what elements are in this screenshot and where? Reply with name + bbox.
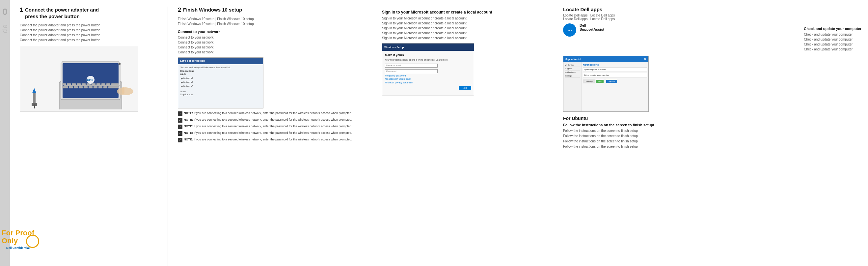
sidebar-item-mydevice[interactable]: My Device: [565, 63, 580, 67]
section1-sub-line4: Connect the power adapter and press the …: [20, 37, 161, 42]
svg-rect-20: [69, 86, 73, 88]
s2-sub-l4: Connect to your network: [178, 50, 365, 55]
connections-label: Connections: [180, 70, 261, 72]
ubuntu-l3: Follow the instructions on the screen to…: [563, 139, 861, 144]
svg-rect-8: [62, 83, 66, 85]
check-l3: Check and update your computer: [804, 42, 861, 47]
section2-sub-line1: Finish Windows 10 setup | Finish Windows…: [178, 17, 365, 22]
svg-rect-21: [74, 86, 78, 88]
signin-bottom-row: Microsoft privacy statement Next: [385, 81, 471, 84]
s3-l5: Sign in to your Microsoft account or cre…: [382, 36, 546, 40]
connect-skip-label: Skip for now: [180, 93, 261, 96]
check-update-block: Check and update your computer Check and…: [804, 23, 861, 53]
note-text-5: NOTE: If you are connecting to a secured…: [184, 138, 352, 142]
next-button[interactable]: Next: [459, 86, 471, 90]
s2-sub-l1: Connect to your network: [178, 35, 365, 40]
app-body: My Device Support Notifications Settings…: [563, 62, 648, 111]
strip-number: 0: [2, 7, 7, 17]
app-header-text: SupportAssist: [565, 58, 581, 60]
svg-rect-11: [77, 83, 81, 85]
sidebar-item-support[interactable]: Support: [565, 67, 580, 70]
section2-sub-line2: Finish Windows 10 setup | Finish Windows…: [178, 22, 365, 26]
sidebar-item-notifications[interactable]: Notifications: [565, 70, 580, 74]
sidebar-item-settings[interactable]: Settings: [565, 74, 580, 78]
support-button[interactable]: Support: [606, 80, 617, 83]
note-icon-1: ✓: [178, 111, 182, 116]
section1-sub-line1: Connect the power adapter and press the …: [20, 23, 161, 28]
screenshot-body: Your network setup will take some time t…: [178, 64, 263, 108]
svg-rect-16: [101, 83, 105, 85]
close-button[interactable]: ✕: [644, 57, 646, 61]
svg-rect-24: [89, 86, 93, 88]
main-content: 1 Connect the power adapter andpress the…: [10, 0, 868, 266]
section2-subsection-title: Connect to your network: [178, 30, 365, 34]
section1-title-row: 1 Connect the power adapter andpress the…: [20, 7, 161, 22]
note-3: ✓ NOTE: If you are connecting to a secur…: [178, 124, 365, 129]
dell-logo-icon: DELL: [566, 26, 574, 34]
ubuntu-section: For Ubuntu Follow the instructions on th…: [563, 116, 861, 149]
wifi-item-2: Network2: [180, 81, 261, 84]
note-bold-4: NOTE:: [184, 131, 193, 135]
ubuntu-sub-title: Follow the instructions on the screen to…: [563, 123, 861, 127]
note-icon-2: ✓: [178, 118, 182, 123]
wifi-item-3: Network3: [180, 84, 261, 88]
svg-rect-12: [82, 83, 86, 85]
laptop-illustration: DELL: [20, 46, 138, 112]
check-update-title: Check and update your computer: [804, 27, 861, 31]
watermark-circle: [26, 235, 39, 248]
svg-rect-33: [122, 87, 124, 94]
svg-rect-22: [79, 86, 83, 88]
ubuntu-l2: Follow the instructions on the screen to…: [563, 134, 861, 139]
wifi-label: Wi-Fi: [180, 73, 261, 76]
signin-title-text: Windows Setup: [384, 46, 404, 49]
svg-rect-2: [34, 105, 35, 109]
app-main-title: Notifications: [583, 63, 647, 66]
svg-rect-9: [67, 83, 71, 85]
note-text-2: NOTE: If you are connecting to a secured…: [184, 118, 352, 122]
svg-text:DELL: DELL: [567, 29, 573, 32]
ubuntu-text: Follow the instructions on the screen to…: [563, 128, 861, 149]
signin-password-input[interactable]: [385, 69, 438, 73]
s3-l2: Sign in to your Microsoft account or cre…: [382, 21, 546, 26]
note-icon-5: ✓: [178, 138, 182, 142]
s2-sub-l3: Connect to your network: [178, 45, 365, 50]
section-1: 1 Connect the power adapter andpress the…: [10, 7, 168, 266]
signin-screenshot: Windows Setup Make it yours Your Microso…: [382, 43, 474, 96]
apps-title: Locate Dell apps: [563, 7, 861, 12]
svg-rect-14: [92, 83, 95, 85]
check-l1: Check and update your computer: [804, 32, 861, 37]
section-2: 2 Finish Windows 10 setup Finish Windows…: [168, 7, 372, 266]
run-button[interactable]: Run: [596, 80, 603, 83]
privacy-link[interactable]: Microsoft privacy statement: [385, 81, 471, 84]
section2-title-row: 2 Finish Windows 10 setup: [178, 7, 365, 15]
supportassist-screenshot: SupportAssist ✕ My Device Support Notifi…: [563, 56, 649, 112]
checkup-label: Checkup: [583, 80, 595, 83]
note-bold-5: NOTE:: [184, 138, 193, 141]
section2-subsection-text: Connect to your network Connect to your …: [178, 35, 365, 55]
s3-l1: Sign in to your Microsoft account or cre…: [382, 16, 546, 21]
screenshot-header-text: Let's get connected: [180, 59, 205, 62]
screenshot-section-labels: Other Skip for now: [180, 90, 261, 96]
wifi-name-2: Network2: [183, 81, 193, 83]
section1-subtitle: Connect the power adapter and press the …: [20, 23, 161, 42]
watermark: For Proof Only Dell Confidential: [2, 229, 34, 249]
svg-rect-23: [84, 86, 88, 88]
apps-sub-l2: Locate Dell apps | Locate Dell apps: [563, 17, 861, 21]
note-text-1: NOTE: If you are connecting to a secured…: [184, 111, 352, 115]
signin-header: Windows Setup: [382, 43, 474, 51]
section3-title: Sign in to your Microsoft account or cre…: [382, 10, 546, 14]
wifi-name-3: Network3: [183, 85, 193, 87]
left-strip: 0 de: [0, 0, 10, 266]
signin-email-input[interactable]: [385, 64, 438, 67]
section2-subtitle: Finish Windows 10 setup | Finish Windows…: [178, 17, 365, 26]
ubuntu-l4: Follow the instructions on the screen to…: [563, 144, 861, 149]
dell-support-text-block: Dell SupportAssist: [580, 23, 801, 31]
svg-rect-15: [96, 83, 100, 85]
svg-rect-17: [106, 83, 110, 85]
section1-title: Connect the power adapter andpress the p…: [25, 7, 99, 20]
forgot-password-link[interactable]: Forgot my password: [385, 75, 471, 77]
s2-sub-l2: Connect to your network: [178, 40, 365, 45]
no-account-link[interactable]: No account? Create one!: [385, 78, 471, 80]
dell-support-name: Dell SupportAssist: [580, 23, 801, 31]
wifi-signal-icon-2: [180, 81, 183, 84]
